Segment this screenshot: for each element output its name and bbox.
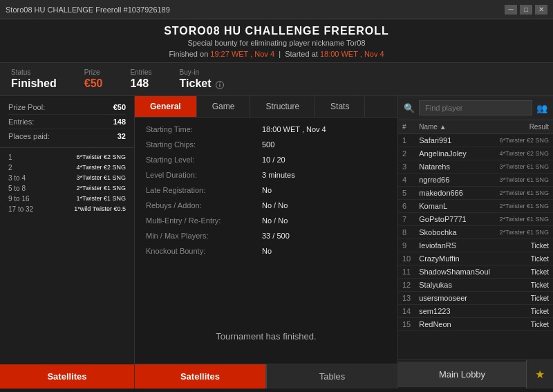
player-name: sem1223 — [415, 305, 495, 318]
finished-label: Finished on — [169, 50, 210, 58]
prize-rank: 17 to 32 — [8, 205, 39, 213]
tab-structure[interactable]: Structure — [250, 96, 315, 117]
player-name: usersmooseer — [415, 292, 495, 305]
table-row[interactable]: 4ngrred663*Twister €1 SNG — [398, 174, 553, 187]
player-result: Ticket — [495, 318, 553, 331]
player-result: 2*Twister €1 SNG — [495, 226, 553, 239]
right-panel: 🔍 👥 # Name ▲ Result 1Safari9916*Twister … — [397, 96, 553, 389]
prize-rank: 5 to 8 — [8, 185, 39, 192]
info-key: Level Duration: — [146, 169, 256, 181]
prize-rank: 1 — [8, 153, 39, 161]
player-result: 2*Twister €1 SNG — [495, 187, 553, 200]
player-result: 4*Twister €2 SNG — [495, 147, 553, 160]
satellites-button[interactable]: Satellites — [0, 364, 134, 389]
table-row[interactable]: 7GoPstoP77712*Twister €1 SNG — [398, 213, 553, 226]
player-result: Ticket — [495, 239, 553, 252]
name-column-header[interactable]: Name ▲ — [415, 120, 495, 134]
satellites-bottom-button[interactable]: Satellites — [135, 364, 266, 389]
player-name: ShadowShamanSoul — [415, 265, 495, 279]
maximize-button[interactable]: □ — [520, 5, 532, 15]
player-name: Skobochka — [415, 226, 495, 239]
table-header-row: # Name ▲ Result — [398, 120, 553, 134]
tournament-subtitle: Special bounty for eliminating player ni… — [0, 39, 553, 47]
player-rank: 4 — [398, 174, 415, 187]
tab-game[interactable]: Game — [197, 96, 251, 117]
bottom-buttons: Satellites Tables — [135, 364, 397, 389]
prize-stat: Prize €50 — [84, 68, 103, 90]
info-key: Rebuys / Addon: — [146, 199, 256, 212]
info-key: Starting Level: — [146, 153, 256, 166]
prize-amount: 2*Twister €1 SNG — [76, 185, 126, 192]
table-row[interactable]: 6KomanL2*Twister €1 SNG — [398, 200, 553, 213]
player-rank: 7 — [398, 213, 415, 226]
player-name: AngelinaJoley — [415, 147, 495, 160]
table-row[interactable]: 2AngelinaJoley4*Twister €2 SNG — [398, 147, 553, 160]
prize-rank: 3 to 4 — [8, 174, 39, 182]
prize-amount: 6*Twister €2 SNG — [76, 153, 126, 161]
buyin-info-icon[interactable]: i — [216, 81, 224, 89]
players-table: # Name ▲ Result 1Safari9916*Twister €2 S… — [398, 120, 553, 360]
minimize-button[interactable]: ─ — [505, 5, 517, 15]
table-row[interactable]: 9IeviofanRSTicket — [398, 239, 553, 252]
player-rank: 5 — [398, 187, 415, 200]
player-name: IeviofanRS — [415, 239, 495, 252]
prize-pool-section: Prize Pool: €50 Entries: 148 Places paid… — [0, 96, 134, 148]
add-player-button[interactable]: 👥 — [536, 103, 547, 113]
entries-value: 148 — [130, 77, 151, 90]
table-row[interactable]: 10CrazyMuffinTicket — [398, 252, 553, 265]
info-value: No / No — [262, 214, 386, 227]
table-row[interactable]: 3Natarehs3*Twister €1 SNG — [398, 160, 553, 174]
entries-row: Entries: 148 — [8, 115, 126, 129]
table-row[interactable]: 11ShadowShamanSoulTicket — [398, 265, 553, 279]
tab-stats[interactable]: Stats — [315, 96, 365, 117]
prize-rank: 9 to 16 — [8, 195, 39, 203]
table-row[interactable]: 8Skobochka2*Twister €1 SNG — [398, 226, 553, 239]
player-result: 3*Twister €1 SNG — [495, 160, 553, 174]
player-rank: 6 — [398, 200, 415, 213]
player-result: Ticket — [495, 265, 553, 279]
pool-row: Prize Pool: €50 — [8, 100, 126, 115]
info-value: 3 minutes — [262, 169, 386, 181]
tables-button[interactable]: Tables — [266, 364, 397, 389]
player-result: Ticket — [495, 305, 553, 318]
close-button[interactable]: ✕ — [535, 5, 547, 15]
player-rank: 15 — [398, 318, 415, 331]
info-value: No — [262, 245, 386, 257]
tab-general[interactable]: General — [135, 96, 197, 117]
prize-value: €50 — [84, 77, 103, 90]
player-result: 2*Twister €1 SNG — [495, 213, 553, 226]
table-row[interactable]: 15RedNeonTicket — [398, 318, 553, 331]
prize-rank: 2 — [8, 164, 39, 171]
window-title: Storo08 HU CHALLENGE Freeroll #103792618… — [6, 6, 170, 14]
entries-label: Entries — [130, 68, 151, 76]
favorite-button[interactable]: ★ — [526, 360, 553, 389]
tab-content: Starting Time:18:00 WET , Nov 4Starting … — [135, 118, 397, 308]
prize-label: Prize — [84, 68, 103, 76]
table-row[interactable]: 14sem1223Ticket — [398, 305, 553, 318]
table-row[interactable]: 12StalyukasTicket — [398, 279, 553, 292]
player-result: 3*Twister €1 SNG — [495, 174, 553, 187]
prize-row: 9 to 161*Twister €1 SNG — [8, 194, 126, 204]
table-row[interactable]: 5makedon6662*Twister €1 SNG — [398, 187, 553, 200]
entries-pool-value: 148 — [113, 118, 126, 126]
info-value: No / No — [262, 199, 386, 212]
main-lobby-row: Main Lobby ★ — [398, 360, 553, 389]
tournament-finished-msg: Tournament has finished. — [135, 308, 397, 364]
find-player-input[interactable] — [419, 100, 532, 115]
prize-row: 16*Twister €2 SNG — [8, 152, 126, 162]
buyin-stat: Buy-in Ticket i — [180, 68, 224, 90]
player-name: ngrred66 — [415, 174, 495, 187]
table-row[interactable]: 1Safari9916*Twister €2 SNG — [398, 134, 553, 147]
started-time: 18:00 WET , Nov 4 — [320, 50, 384, 58]
table-row[interactable]: 13usersmooseerTicket — [398, 292, 553, 305]
player-name: RedNeon — [415, 318, 495, 331]
main-lobby-button[interactable]: Main Lobby — [398, 362, 526, 387]
info-value: 33 / 500 — [262, 230, 386, 242]
prize-row: 17 to 321*wild Twister €0.5 — [8, 204, 126, 214]
prizes-section: 16*Twister €2 SNG24*Twister €2 SNG3 to 4… — [0, 148, 134, 364]
pool-label: Prize Pool: — [8, 103, 45, 111]
tournament-times: Finished on 19:27 WET , Nov 4 | Started … — [0, 50, 553, 58]
search-icon: 🔍 — [404, 103, 415, 113]
player-rank: 11 — [398, 265, 415, 279]
player-rank: 10 — [398, 252, 415, 265]
